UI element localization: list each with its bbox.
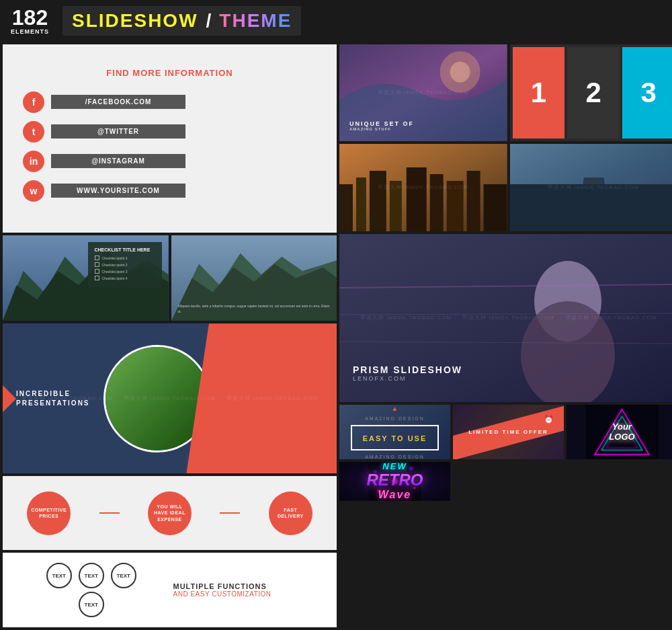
limited-panel: LIMITED TIME OFFER ⏰	[453, 405, 564, 459]
svg-rect-18	[484, 184, 507, 231]
red-accent	[186, 323, 337, 473]
amazing-top-text: AMAZING DESIGN	[365, 416, 425, 421]
counter-box-1: 1	[513, 47, 565, 139]
elements-badge: 182 ELEMENTS	[11, 7, 49, 35]
checkbox-1	[95, 255, 99, 260]
title-slideshow: SLIDESHOW	[72, 10, 198, 32]
easy-overlay-1: EASY TO USE	[339, 144, 507, 231]
svg-rect-16	[447, 181, 464, 231]
checklist-right: Aliquam iaculis, ante a lobortis congue,…	[171, 235, 337, 321]
checklist-item-1: Checklist /point 1	[95, 255, 155, 260]
presentation-panel: INCREDIBLEPRESENTATIONS THE BEST SOLUTIO…	[3, 323, 337, 473]
info-circle-2: YOU WILL HAVE IDEAL EXPENSE	[148, 491, 192, 535]
prism-subtitle: LENOFX.COM	[353, 375, 462, 382]
easy-btn-static: EASY TO	[363, 434, 408, 442]
instagram-text: @INSTAGRAM	[51, 154, 185, 168]
title-box: SLIDESHOW / THEME	[62, 6, 301, 36]
neon-panel: Your LOGO	[566, 405, 672, 459]
caret-up: ▲	[392, 405, 398, 412]
bubble-2: TEXT	[79, 563, 104, 588]
incredible-text: INCREDIBLEPRESENTATIONS	[16, 390, 90, 407]
checklist-label-2: Checklist /point 2	[102, 263, 128, 267]
title-theme: THEME	[219, 10, 292, 32]
subtitle-highlight: EASY CUSTOMIZATION	[190, 590, 271, 598]
bubble-4: TEXT	[79, 592, 104, 617]
counter-num-2: 2	[586, 77, 601, 109]
counter-box-3: 3	[622, 47, 672, 139]
amazing-bot-text: AMAZING DESIGN	[365, 455, 425, 459]
info-line-1	[99, 512, 120, 514]
svg-rect-14	[407, 167, 427, 231]
checklist-label-3: Checklist /point 3	[102, 270, 128, 274]
svg-rect-12	[370, 171, 386, 231]
bubble-row-1: TEXT TEXT TEXT	[16, 563, 167, 588]
svg-rect-17	[467, 171, 480, 231]
counter-panel: 1 2 3	[510, 44, 673, 141]
functions-text: MULTIPLE FUNCTIONS AND EASY CUSTOMIZATIO…	[173, 582, 324, 598]
limited-text: LIMITED TIME OFFER	[468, 429, 548, 435]
functions-subtitle: AND EASY CUSTOMIZATION	[173, 590, 324, 598]
tri-right	[323, 385, 337, 412]
info-circles-row: COMPETITIVE PRICES YOU WILL HAVE IDEAL E…	[3, 476, 337, 550]
retro-retro-text: RETRO	[367, 471, 423, 489]
twitter-icon: t	[23, 121, 44, 143]
title-slash: /	[206, 10, 212, 32]
clock-icon: ⏰	[540, 411, 557, 428]
checklist-box: Checklist Title Here Checklist /point 1 …	[88, 242, 162, 288]
svg-rect-15	[430, 174, 444, 231]
circle-3-text: FAST DELIVERY	[269, 504, 312, 522]
counter-num-1: 1	[531, 77, 546, 109]
easy-use-button[interactable]: EASY TO USE	[351, 425, 439, 450]
info-line-2	[220, 512, 240, 514]
main-grid: FIND MORE INFORMATION f /FACEBOOK.COM t …	[0, 42, 672, 630]
retro-panel: NEW RETRO Wave	[339, 462, 450, 501]
retro-new-text: NEW	[367, 462, 423, 471]
website-item: w WWW.YOURSITE.COM	[23, 180, 317, 202]
svg-rect-11	[356, 178, 366, 231]
instagram-icon: in	[23, 151, 44, 172]
easy-btn-text: EASY TO USE	[363, 434, 427, 442]
city-svg	[339, 144, 507, 231]
prism-panel: PRISM SLIDESHOW LENOFX.COM 早道大神 IAMDK.TA…	[339, 234, 672, 402]
checkbox-4	[95, 276, 99, 280]
checklist-label-1: Checklist /point 1	[102, 256, 128, 260]
svg-rect-10	[339, 184, 353, 231]
svg-point-8	[450, 62, 470, 83]
info-circle-3: FAST DELIVERY	[269, 491, 312, 535]
checklist-item-2: Checklist /point 2	[95, 262, 155, 267]
bubble-3: TEXT	[111, 563, 136, 588]
counter-num-3: 3	[640, 77, 656, 109]
surf-text: UNIQUE SET OF AMAZING STUFF	[349, 120, 414, 131]
website-icon: w	[23, 180, 44, 202]
svg-rect-13	[390, 181, 402, 231]
left-column: FIND MORE INFORMATION f /FACEBOOK.COM t …	[3, 44, 337, 627]
facebook-icon: f	[23, 91, 44, 113]
checklist-row: Checklist Title Here Checklist /point 1 …	[3, 235, 337, 321]
twitter-text: @TWITTER	[51, 124, 185, 139]
checklist-left: Checklist Title Here Checklist /point 1 …	[3, 235, 169, 321]
pres-left-text: INCREDIBLEPRESENTATIONS	[16, 389, 90, 408]
header: 182 ELEMENTS SLIDESHOW / THEME	[0, 0, 672, 42]
prism-text-area: PRISM SLIDESHOW LENOFX.COM	[353, 364, 462, 382]
checklist-title: Checklist Title Here	[95, 247, 155, 252]
neon-logo-text: Your LOGO	[609, 422, 634, 442]
retro-text-area: NEW RETRO Wave	[367, 462, 423, 501]
easy-overlay-2: EASY TO USE	[510, 144, 673, 231]
right-bottom-row: ▲ AMAZING DESIGN EASY TO USE AMAZING DES…	[339, 405, 672, 501]
info-circle-1: COMPETITIVE PRICES	[27, 491, 71, 535]
easy-panel-1: EASY TO USE 早道大神 IAMDK.TAOBAO.COM	[339, 144, 507, 231]
functions-bubbles: TEXT TEXT TEXT TEXT	[16, 563, 167, 617]
subtitle-static: AND	[173, 590, 191, 598]
social-title: FIND MORE INFORMATION	[23, 68, 317, 78]
prism-title: PRISM SLIDESHOW	[353, 364, 462, 375]
bubble-1: TEXT	[46, 563, 72, 588]
functions-panel: TEXT TEXT TEXT TEXT MULTIPLE FUNCTIONS A…	[3, 553, 337, 627]
facebook-text: /FACEBOOK.COM	[51, 95, 185, 109]
counter-box-2: 2	[567, 47, 620, 139]
retro-wave-text: Wave	[367, 489, 423, 501]
checklist-item-3: Checklist /point 3	[95, 269, 155, 274]
limited-title: LIMITED TIME OFFER	[468, 429, 548, 435]
right-top-row: UNIQUE SET OF AMAZING STUFF 早道大神 IAMDK.T…	[339, 44, 672, 141]
amazing-stuff-text: AMAZING STUFF	[349, 127, 414, 131]
surf-panel: UNIQUE SET OF AMAZING STUFF 早道大神 IAMDK.T…	[339, 44, 507, 141]
